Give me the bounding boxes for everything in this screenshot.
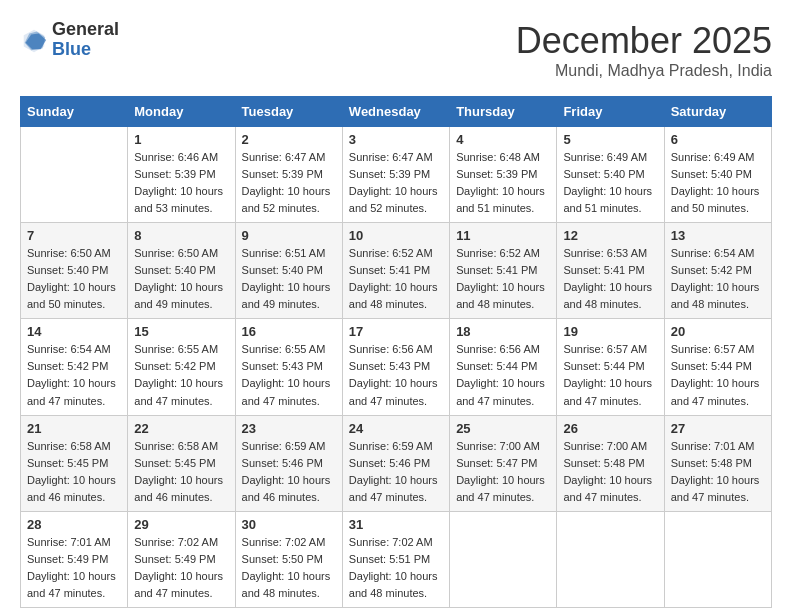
day-number: 12 (563, 228, 657, 243)
day-info: Sunrise: 7:00 AM Sunset: 5:48 PM Dayligh… (563, 438, 657, 506)
day-info: Sunrise: 7:00 AM Sunset: 5:47 PM Dayligh… (456, 438, 550, 506)
day-info: Sunrise: 6:52 AM Sunset: 5:41 PM Dayligh… (349, 245, 443, 313)
week-row-5: 28Sunrise: 7:01 AM Sunset: 5:49 PM Dayli… (21, 511, 772, 607)
calendar-cell (664, 511, 771, 607)
week-row-1: 1Sunrise: 6:46 AM Sunset: 5:39 PM Daylig… (21, 127, 772, 223)
calendar-cell (557, 511, 664, 607)
day-info: Sunrise: 7:02 AM Sunset: 5:49 PM Dayligh… (134, 534, 228, 602)
calendar-cell: 9Sunrise: 6:51 AM Sunset: 5:40 PM Daylig… (235, 223, 342, 319)
day-info: Sunrise: 6:54 AM Sunset: 5:42 PM Dayligh… (671, 245, 765, 313)
calendar-cell: 14Sunrise: 6:54 AM Sunset: 5:42 PM Dayli… (21, 319, 128, 415)
day-info: Sunrise: 7:02 AM Sunset: 5:50 PM Dayligh… (242, 534, 336, 602)
day-info: Sunrise: 6:56 AM Sunset: 5:44 PM Dayligh… (456, 341, 550, 409)
day-number: 3 (349, 132, 443, 147)
header-day-saturday: Saturday (664, 97, 771, 127)
day-info: Sunrise: 6:55 AM Sunset: 5:43 PM Dayligh… (242, 341, 336, 409)
calendar-cell: 2Sunrise: 6:47 AM Sunset: 5:39 PM Daylig… (235, 127, 342, 223)
calendar-cell: 22Sunrise: 6:58 AM Sunset: 5:45 PM Dayli… (128, 415, 235, 511)
calendar-cell: 6Sunrise: 6:49 AM Sunset: 5:40 PM Daylig… (664, 127, 771, 223)
day-info: Sunrise: 6:50 AM Sunset: 5:40 PM Dayligh… (27, 245, 121, 313)
day-info: Sunrise: 6:55 AM Sunset: 5:42 PM Dayligh… (134, 341, 228, 409)
calendar-cell: 7Sunrise: 6:50 AM Sunset: 5:40 PM Daylig… (21, 223, 128, 319)
week-row-3: 14Sunrise: 6:54 AM Sunset: 5:42 PM Dayli… (21, 319, 772, 415)
header-day-sunday: Sunday (21, 97, 128, 127)
calendar-cell: 26Sunrise: 7:00 AM Sunset: 5:48 PM Dayli… (557, 415, 664, 511)
header-day-monday: Monday (128, 97, 235, 127)
month-title: December 2025 (516, 20, 772, 62)
day-info: Sunrise: 6:51 AM Sunset: 5:40 PM Dayligh… (242, 245, 336, 313)
day-number: 14 (27, 324, 121, 339)
day-number: 10 (349, 228, 443, 243)
day-info: Sunrise: 6:57 AM Sunset: 5:44 PM Dayligh… (671, 341, 765, 409)
page-header: General Blue December 2025 Mundi, Madhya… (20, 20, 772, 80)
calendar-cell: 15Sunrise: 6:55 AM Sunset: 5:42 PM Dayli… (128, 319, 235, 415)
day-number: 20 (671, 324, 765, 339)
day-info: Sunrise: 7:01 AM Sunset: 5:48 PM Dayligh… (671, 438, 765, 506)
day-number: 31 (349, 517, 443, 532)
day-number: 9 (242, 228, 336, 243)
header-day-thursday: Thursday (450, 97, 557, 127)
calendar-cell: 27Sunrise: 7:01 AM Sunset: 5:48 PM Dayli… (664, 415, 771, 511)
calendar-cell (21, 127, 128, 223)
day-info: Sunrise: 6:54 AM Sunset: 5:42 PM Dayligh… (27, 341, 121, 409)
calendar-cell (450, 511, 557, 607)
day-number: 26 (563, 421, 657, 436)
header-day-tuesday: Tuesday (235, 97, 342, 127)
calendar-cell: 17Sunrise: 6:56 AM Sunset: 5:43 PM Dayli… (342, 319, 449, 415)
day-number: 22 (134, 421, 228, 436)
day-number: 16 (242, 324, 336, 339)
location: Mundi, Madhya Pradesh, India (516, 62, 772, 80)
calendar-cell: 8Sunrise: 6:50 AM Sunset: 5:40 PM Daylig… (128, 223, 235, 319)
day-info: Sunrise: 6:59 AM Sunset: 5:46 PM Dayligh… (242, 438, 336, 506)
day-number: 15 (134, 324, 228, 339)
calendar-cell: 20Sunrise: 6:57 AM Sunset: 5:44 PM Dayli… (664, 319, 771, 415)
day-number: 8 (134, 228, 228, 243)
day-number: 6 (671, 132, 765, 147)
calendar-cell: 1Sunrise: 6:46 AM Sunset: 5:39 PM Daylig… (128, 127, 235, 223)
day-info: Sunrise: 6:46 AM Sunset: 5:39 PM Dayligh… (134, 149, 228, 217)
header-day-wednesday: Wednesday (342, 97, 449, 127)
day-number: 11 (456, 228, 550, 243)
day-number: 5 (563, 132, 657, 147)
calendar-header: SundayMondayTuesdayWednesdayThursdayFrid… (21, 97, 772, 127)
calendar-cell: 18Sunrise: 6:56 AM Sunset: 5:44 PM Dayli… (450, 319, 557, 415)
day-info: Sunrise: 6:49 AM Sunset: 5:40 PM Dayligh… (563, 149, 657, 217)
logo-icon (20, 26, 48, 54)
day-info: Sunrise: 6:47 AM Sunset: 5:39 PM Dayligh… (349, 149, 443, 217)
calendar-cell: 31Sunrise: 7:02 AM Sunset: 5:51 PM Dayli… (342, 511, 449, 607)
logo-general-text: General (52, 20, 119, 40)
calendar-cell: 10Sunrise: 6:52 AM Sunset: 5:41 PM Dayli… (342, 223, 449, 319)
calendar-cell: 21Sunrise: 6:58 AM Sunset: 5:45 PM Dayli… (21, 415, 128, 511)
day-info: Sunrise: 6:59 AM Sunset: 5:46 PM Dayligh… (349, 438, 443, 506)
week-row-4: 21Sunrise: 6:58 AM Sunset: 5:45 PM Dayli… (21, 415, 772, 511)
day-number: 24 (349, 421, 443, 436)
calendar-cell: 25Sunrise: 7:00 AM Sunset: 5:47 PM Dayli… (450, 415, 557, 511)
day-info: Sunrise: 6:53 AM Sunset: 5:41 PM Dayligh… (563, 245, 657, 313)
calendar-cell: 12Sunrise: 6:53 AM Sunset: 5:41 PM Dayli… (557, 223, 664, 319)
calendar-cell: 29Sunrise: 7:02 AM Sunset: 5:49 PM Dayli… (128, 511, 235, 607)
day-info: Sunrise: 6:50 AM Sunset: 5:40 PM Dayligh… (134, 245, 228, 313)
day-info: Sunrise: 6:58 AM Sunset: 5:45 PM Dayligh… (27, 438, 121, 506)
day-number: 27 (671, 421, 765, 436)
day-info: Sunrise: 6:47 AM Sunset: 5:39 PM Dayligh… (242, 149, 336, 217)
calendar-cell: 13Sunrise: 6:54 AM Sunset: 5:42 PM Dayli… (664, 223, 771, 319)
day-number: 7 (27, 228, 121, 243)
day-info: Sunrise: 6:57 AM Sunset: 5:44 PM Dayligh… (563, 341, 657, 409)
calendar-cell: 28Sunrise: 7:01 AM Sunset: 5:49 PM Dayli… (21, 511, 128, 607)
calendar-cell: 11Sunrise: 6:52 AM Sunset: 5:41 PM Dayli… (450, 223, 557, 319)
day-number: 19 (563, 324, 657, 339)
day-number: 18 (456, 324, 550, 339)
day-info: Sunrise: 7:02 AM Sunset: 5:51 PM Dayligh… (349, 534, 443, 602)
day-number: 17 (349, 324, 443, 339)
logo: General Blue (20, 20, 119, 60)
calendar-cell: 30Sunrise: 7:02 AM Sunset: 5:50 PM Dayli… (235, 511, 342, 607)
calendar-cell: 23Sunrise: 6:59 AM Sunset: 5:46 PM Dayli… (235, 415, 342, 511)
calendar-cell: 16Sunrise: 6:55 AM Sunset: 5:43 PM Dayli… (235, 319, 342, 415)
day-number: 30 (242, 517, 336, 532)
calendar-cell: 19Sunrise: 6:57 AM Sunset: 5:44 PM Dayli… (557, 319, 664, 415)
logo-blue-text: Blue (52, 40, 119, 60)
day-info: Sunrise: 6:48 AM Sunset: 5:39 PM Dayligh… (456, 149, 550, 217)
day-number: 2 (242, 132, 336, 147)
calendar-body: 1Sunrise: 6:46 AM Sunset: 5:39 PM Daylig… (21, 127, 772, 608)
day-info: Sunrise: 6:49 AM Sunset: 5:40 PM Dayligh… (671, 149, 765, 217)
